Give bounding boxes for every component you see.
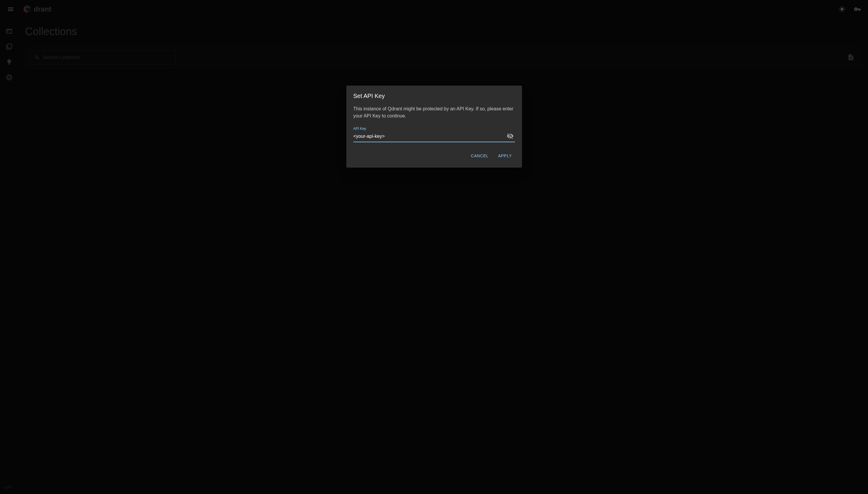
modal-overlay[interactable]: Set API Key This instance of Qdrant migh… [0, 0, 868, 494]
modal-actions: Cancel Apply [353, 151, 515, 160]
visibility-toggle-button[interactable] [506, 131, 515, 141]
modal-title: Set API Key [353, 93, 515, 99]
visibility-off-icon [507, 133, 514, 139]
api-key-modal: Set API Key This instance of Qdrant migh… [346, 86, 522, 168]
api-key-label: API Key [353, 127, 515, 131]
apply-button[interactable]: Apply [495, 151, 515, 160]
cancel-button[interactable]: Cancel [468, 151, 492, 160]
modal-description: This instance of Qdrant might be protect… [353, 106, 515, 119]
api-key-field: API Key [353, 127, 515, 142]
api-key-input[interactable] [353, 133, 506, 141]
